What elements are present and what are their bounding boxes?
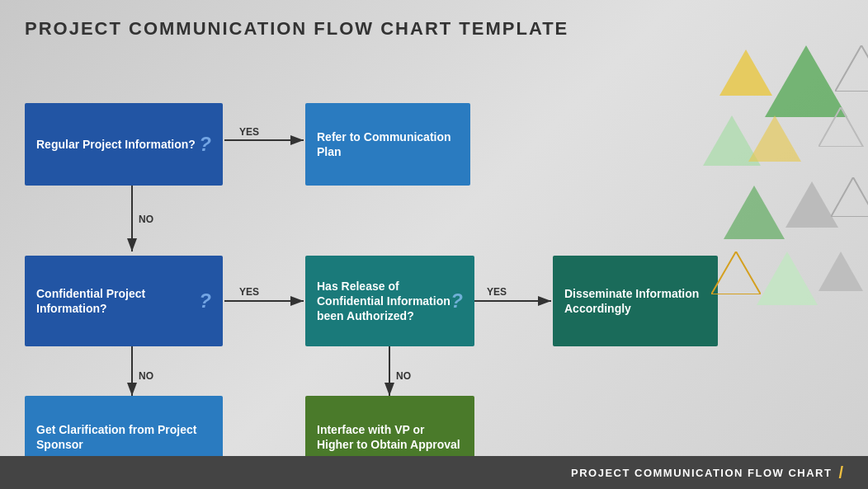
box-regular-project-info-label: Regular Project Information? bbox=[36, 138, 196, 151]
box-clarification-label: Get Clarification from Project Sponsor bbox=[36, 422, 211, 452]
box-refer-communication-plan: Refer to Communication Plan bbox=[305, 103, 470, 186]
footer-label: PROJECT COMMUNICATION FLOW CHART bbox=[571, 467, 832, 479]
box-disseminate: Disseminate Information Accordingly bbox=[553, 256, 718, 346]
page-title: PROJECT COMMUNICATION FLOW CHART TEMPLAT… bbox=[25, 18, 568, 39]
footer: PROJECT COMMUNICATION FLOW CHART / bbox=[0, 456, 868, 489]
svg-text:YES: YES bbox=[487, 286, 507, 298]
question-mark-1: ? bbox=[199, 131, 211, 157]
svg-marker-19 bbox=[724, 186, 785, 239]
main-container: PROJECT COMMUNICATION FLOW CHART TEMPLAT… bbox=[0, 0, 868, 489]
box-confidential-label: Confidential Project Information? bbox=[36, 287, 145, 315]
svg-marker-17 bbox=[748, 115, 801, 162]
triangle-gray-outline-3 bbox=[831, 177, 868, 217]
box-refer-label: Refer to Communication Plan bbox=[317, 129, 459, 159]
triangle-gray-solid-2 bbox=[818, 252, 864, 291]
box-has-release-label: Has Release of Confidential Information … bbox=[317, 280, 451, 322]
svg-text:YES: YES bbox=[239, 286, 259, 298]
box-vp-label: Interface with VP or Higher to Obtain Ap… bbox=[317, 422, 463, 452]
svg-marker-22 bbox=[711, 252, 761, 294]
triangle-lightgreen-2 bbox=[757, 252, 818, 305]
footer-slash: / bbox=[838, 463, 843, 482]
svg-marker-21 bbox=[831, 177, 868, 217]
triangle-green-2 bbox=[724, 186, 785, 239]
svg-text:YES: YES bbox=[239, 126, 259, 138]
triangle-gray-outline-1 bbox=[835, 45, 868, 92]
triangle-yellow-2 bbox=[748, 115, 802, 162]
svg-text:NO: NO bbox=[139, 214, 153, 225]
box-disseminate-label: Disseminate Information Accordingly bbox=[564, 286, 706, 316]
svg-marker-24 bbox=[818, 252, 863, 291]
box-has-release: Has Release of Confidential Information … bbox=[305, 256, 474, 346]
triangle-yellow-outline bbox=[711, 252, 761, 294]
triangle-gray-outline-2 bbox=[818, 107, 864, 147]
svg-marker-15 bbox=[835, 45, 868, 92]
question-mark-3: ? bbox=[199, 288, 211, 313]
svg-text:NO: NO bbox=[139, 370, 153, 382]
svg-marker-23 bbox=[757, 252, 818, 305]
svg-text:NO: NO bbox=[396, 370, 411, 382]
decorative-triangles bbox=[703, 41, 868, 454]
box-confidential-project-info: Confidential Project Information? ? bbox=[25, 256, 223, 346]
question-mark-4: ? bbox=[451, 288, 463, 313]
box-regular-project-info: Regular Project Information? ? bbox=[25, 103, 223, 186]
svg-marker-18 bbox=[818, 107, 863, 147]
